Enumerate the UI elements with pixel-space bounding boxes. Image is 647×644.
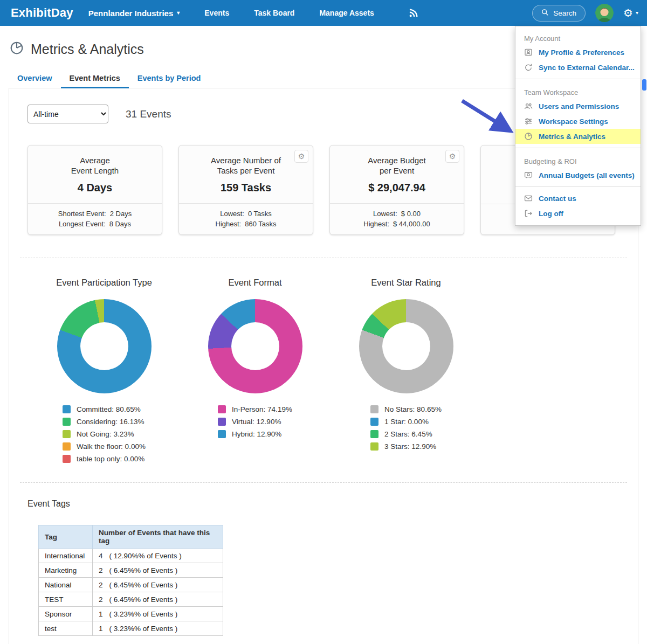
logout-icon xyxy=(524,209,533,218)
nav-item-manage-assets[interactable]: Manage Assets xyxy=(319,1,374,25)
tag-share: ( 12.90%% of Events ) xyxy=(109,552,182,560)
stat-value: 860 Tasks xyxy=(245,220,276,228)
card-title: Average Number of xyxy=(184,155,307,165)
tab-events-by-period[interactable]: Events by Period xyxy=(129,69,210,88)
menu-item-label: Annual Budgets (all events) xyxy=(539,171,635,179)
stat-label: Lowest: xyxy=(220,210,244,218)
tag-count-cell: 2( 6.45%% of Events ) xyxy=(93,592,223,607)
card-title: Average xyxy=(33,155,156,165)
card-stats: Lowest:0 TasksHighest:860 Tasks xyxy=(179,203,313,234)
donut-chart xyxy=(57,299,152,393)
menu-section-header-team-workspace: Team Workspace xyxy=(515,83,641,99)
profile-icon xyxy=(524,48,533,57)
card-stat-line: Longest Event:8 Days xyxy=(28,219,162,229)
tab-event-metrics[interactable]: Event Metrics xyxy=(61,69,129,88)
search-button[interactable]: Search xyxy=(532,5,586,22)
card-value: $ 29,047.94 xyxy=(335,182,458,194)
nav-item-events[interactable]: Events xyxy=(204,1,229,25)
budget-icon xyxy=(524,171,533,179)
card-title: per Event xyxy=(335,165,458,176)
legend-item-no-stars: No Stars: 80.65% xyxy=(370,405,442,413)
menu-item-contact-us[interactable]: Contact us xyxy=(515,191,641,206)
tag-name-cell: International xyxy=(39,549,93,563)
card-title: Average Budget xyxy=(335,155,458,165)
legend-label: 1 Star: 0.00% xyxy=(384,418,429,426)
menu-item-users-and-permissions[interactable]: Users and Permissions xyxy=(515,99,641,114)
table-body: International4( 12.90%% of Events )Marke… xyxy=(39,549,223,636)
legend-label: 3 Stars: 12.90% xyxy=(384,442,436,451)
chart-title: Event Participation Type xyxy=(29,278,180,288)
charts-row: Event Participation TypeCommitted: 80.65… xyxy=(9,258,638,467)
account-dropdown-menu: My AccountMy Profile & PreferencesSync t… xyxy=(515,26,641,226)
card-main: Average Number ofTasks per Event159 Task… xyxy=(179,146,313,203)
table-row: Marketing2( 6.45%% of Events ) xyxy=(39,563,223,578)
menu-divider xyxy=(515,148,641,148)
menu-item-workspace-settings[interactable]: Workspace Settings xyxy=(515,114,641,129)
tag-count: 1 xyxy=(99,610,103,618)
menu-divider xyxy=(515,186,641,187)
tag-count-cell: 1( 3.23%% of Events ) xyxy=(93,621,223,636)
legend-label: table top only: 0.00% xyxy=(77,455,144,463)
card-main: Average Budgetper Event$ 29,047.94 xyxy=(330,146,464,203)
legend-label: Committed: 80.65% xyxy=(77,405,141,413)
tag-count: 2 xyxy=(99,595,103,604)
tab-overview[interactable]: Overview xyxy=(9,69,61,88)
metric-card-average-budget-per-event: ⚙Average Budgetper Event$ 29,047.94Lowes… xyxy=(329,145,464,235)
menu-item-label: Log off xyxy=(539,210,563,218)
stat-value: $ 44,000.00 xyxy=(393,220,430,228)
feed-icon[interactable] xyxy=(409,9,418,18)
chart-legend: No Stars: 80.65%1 Star: 0.00%2 Stars: 6.… xyxy=(370,405,442,455)
metric-card-average-event-length: AverageEvent Length4 DaysShortest Event:… xyxy=(27,145,162,235)
app-logo[interactable]: ExhibitDay xyxy=(11,6,73,20)
card-value: 4 Days xyxy=(33,182,156,194)
legend-swatch xyxy=(370,418,378,426)
top-navbar: ExhibitDay Pennlander Industries ▾ Event… xyxy=(0,0,647,26)
legend-label: Considering: 16.13% xyxy=(77,418,144,426)
sliders-icon xyxy=(524,117,533,126)
legend-item-2-stars: 2 Stars: 6.45% xyxy=(370,430,442,438)
stat-value: 0 Tasks xyxy=(248,210,272,218)
card-title: Tasks per Event xyxy=(184,165,307,176)
legend-item-not-going: Not Going: 3.23% xyxy=(63,430,146,438)
scrollbar-thumb[interactable] xyxy=(642,79,646,91)
stat-label: Lowest: xyxy=(373,210,397,218)
legend-swatch xyxy=(63,442,71,451)
legend-label: No Stars: 80.65% xyxy=(384,405,442,413)
menu-item-metrics-analytics[interactable]: Metrics & Analytics xyxy=(515,129,641,144)
menu-section-header-my-account: My Account xyxy=(515,29,641,45)
legend-swatch xyxy=(370,430,378,438)
workspace-selector[interactable]: Pennlander Industries ▾ xyxy=(88,9,180,18)
menu-item-sync-to-external-calendar[interactable]: Sync to External Calendar... xyxy=(515,60,641,75)
table-row: test1( 3.23%% of Events ) xyxy=(39,621,223,636)
menu-item-annual-budgets-all-events[interactable]: Annual Budgets (all events) xyxy=(515,168,641,183)
user-avatar[interactable] xyxy=(595,4,614,22)
card-settings-button[interactable]: ⚙ xyxy=(445,150,459,163)
gear-icon: ⚙ xyxy=(449,152,456,161)
nav-item-task-board[interactable]: Task Board xyxy=(254,1,294,25)
menu-item-label: Sync to External Calendar... xyxy=(539,64,635,72)
pie-chart-icon xyxy=(10,41,24,57)
tag-name-cell: Marketing xyxy=(39,563,93,578)
donut-chart xyxy=(208,299,302,393)
card-settings-button[interactable]: ⚙ xyxy=(294,150,308,163)
menu-section-header-budgeting-roi: Budgeting & ROI xyxy=(515,152,641,168)
card-stat-line: Shortest Event:2 Days xyxy=(28,209,162,219)
sync-icon xyxy=(524,63,533,72)
tag-name-cell: TEST xyxy=(39,592,93,607)
tag-count: 1 xyxy=(99,625,103,633)
menu-item-log-off[interactable]: Log off xyxy=(515,206,641,221)
mail-icon xyxy=(524,194,533,203)
chevron-down-icon: ▾ xyxy=(177,10,180,16)
card-main: AverageEvent Length4 Days xyxy=(28,146,162,203)
legend-swatch xyxy=(63,430,71,438)
legend-swatch xyxy=(370,405,378,413)
page-title: Metrics & Analytics xyxy=(31,41,144,57)
time-range-select[interactable]: All-time xyxy=(27,105,108,123)
card-stats: Lowest:$ 0.00Highest:$ 44,000.00 xyxy=(330,203,464,234)
settings-menu-button[interactable]: ⚙ ▾ xyxy=(623,8,638,18)
tag-count: 4 xyxy=(99,552,103,560)
legend-item-3-stars: 3 Stars: 12.90% xyxy=(370,442,442,451)
menu-item-my-profile-preferences[interactable]: My Profile & Preferences xyxy=(515,45,641,60)
menu-item-label: Workspace Settings xyxy=(539,117,608,126)
event-tags-table: TagNumber of Events that have this tag I… xyxy=(38,525,223,636)
